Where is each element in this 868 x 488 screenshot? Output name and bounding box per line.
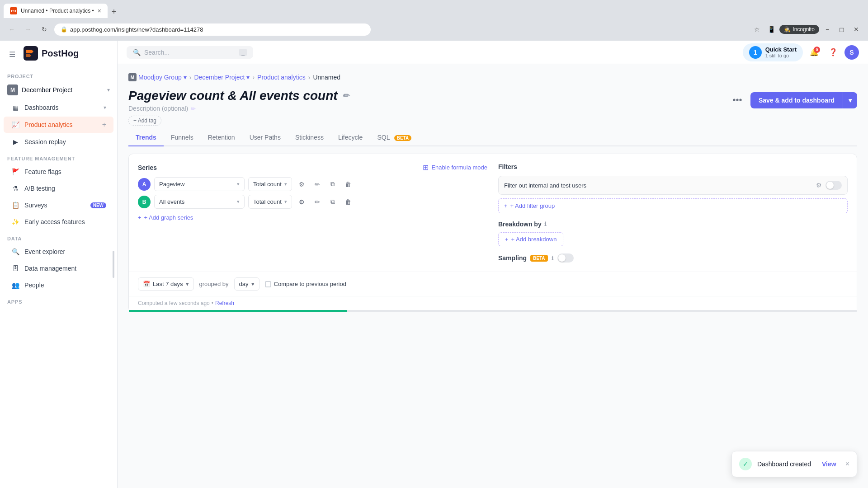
feature-management-section: FEATURE MANAGEMENT 🚩 Feature flags ⚗ A/B… (0, 150, 117, 230)
filter-gear-icon[interactable]: ⚙ (816, 182, 822, 189)
sidebar-nav-session-replay[interactable]: ▶ Session replay (4, 134, 113, 150)
save-dropdown-arrow[interactable]: ▾ (843, 92, 857, 108)
breadcrumb-project[interactable]: December Project ▾ (194, 74, 250, 81)
filter-toggle[interactable] (826, 181, 842, 190)
save-add-dashboard-button[interactable]: Save & add to dashboard (750, 92, 843, 108)
sampling-info-icon[interactable]: ℹ (552, 255, 554, 261)
sidebar-nav-feature-flags[interactable]: 🚩 Feature flags (4, 164, 113, 180)
date-range-chevron-icon: ▾ (186, 281, 189, 287)
breakdown-info-icon[interactable]: ℹ (544, 221, 547, 227)
sidebar-nav-event-explorer[interactable]: 🔍 Event explorer (4, 244, 113, 260)
sidebar-nav-ab-testing[interactable]: ⚗ A/B testing (4, 180, 113, 197)
tab-funnels[interactable]: Funnels (164, 129, 201, 146)
page-title-text: Pageview count & All events count (128, 89, 338, 103)
sidebar-nav-early-access[interactable]: ✨ Early access features (4, 214, 113, 230)
series-b-count-select[interactable]: Total count ▾ (248, 195, 292, 209)
breadcrumb-analytics[interactable]: Product analytics (257, 74, 306, 81)
date-range-select[interactable]: 📅 Last 7 days ▾ (138, 277, 194, 291)
product-analytics-add-icon[interactable]: + (102, 121, 106, 129)
maximize-button[interactable]: ◻ (835, 23, 848, 36)
ab-testing-label: A/B testing (24, 185, 106, 192)
compare-period-checkbox[interactable]: Compare to previous period (265, 281, 346, 287)
sampling-toggle[interactable] (557, 253, 574, 263)
user-avatar[interactable]: S (844, 45, 859, 60)
series-row-b: B All events ▾ Total count ▾ (138, 195, 487, 209)
refresh-link[interactable]: Refresh (215, 300, 234, 306)
sidebar-nav-people[interactable]: 👥 People (4, 277, 113, 293)
help-button[interactable]: ❓ (826, 45, 841, 60)
day-select[interactable]: day ▾ (234, 277, 259, 291)
hamburger-button[interactable]: ☰ (5, 47, 20, 62)
add-breakdown-button[interactable]: + + Add breakdown (498, 232, 563, 246)
sidebar-nav-dashboards[interactable]: ▦ Dashboards ▾ (4, 99, 113, 116)
project-row[interactable]: M December Project ▾ (0, 81, 117, 99)
breadcrumb-analytics-label: Product analytics (257, 74, 306, 81)
series-b-filter-button[interactable]: ⚙ (296, 196, 308, 208)
tab-bar: PH Unnamed • Product analytics • × + (0, 0, 868, 18)
series-b-select[interactable]: All events ▾ (154, 195, 245, 209)
sidebar-nav-surveys[interactable]: 📋 Surveys NEW (4, 197, 113, 213)
series-badge-b: B (138, 196, 151, 208)
notifications-button[interactable]: 🔔 0 (807, 45, 822, 60)
app-layout: ☰ PostHog PROJECT M December Project ▾ ▦… (0, 41, 868, 488)
back-button[interactable]: ← (5, 23, 18, 36)
sampling-row: Sampling BETA ℹ (498, 253, 848, 263)
reload-button[interactable]: ↻ (38, 23, 51, 36)
series-a-duplicate-button[interactable]: ⧉ (326, 178, 339, 191)
series-b-duplicate-button[interactable]: ⧉ (326, 196, 339, 208)
cast-button[interactable]: 📱 (765, 23, 778, 36)
page-title-edit-icon[interactable]: ✏ (342, 91, 349, 101)
product-analytics-icon: 📈 (11, 120, 20, 129)
sidebar-nav-data-management[interactable]: 🗄 Data management (4, 260, 113, 277)
tab-retention[interactable]: Retention (201, 129, 242, 146)
formula-icon: ⊞ (423, 163, 429, 172)
page-description-edit-icon[interactable]: ✏ (191, 105, 196, 112)
new-tab-button[interactable]: + (108, 5, 120, 18)
url-bar[interactable]: 🔒 app.posthog.com/insights/new?dashboard… (54, 23, 371, 36)
series-b-edit-button[interactable]: ✏ (311, 196, 324, 208)
posthog-logo[interactable]: PostHog (24, 46, 79, 61)
page-description[interactable]: Description (optional) ✏ (128, 105, 730, 112)
filter-text: Filter out internal and test users (504, 182, 812, 189)
quick-start-title: Quick Start (765, 46, 797, 53)
tab-title: Unnamed • Product analytics • (21, 8, 94, 14)
tab-trends[interactable]: Trends (128, 129, 164, 146)
add-tag-button[interactable]: + Add tag (128, 116, 161, 126)
toast-close-button[interactable]: × (845, 460, 849, 468)
series-a-filter-button[interactable]: ⚙ (296, 178, 308, 191)
toast-view-button[interactable]: View (822, 460, 836, 468)
series-a-count-select[interactable]: Total count ▾ (248, 177, 292, 191)
close-window-button[interactable]: ✕ (850, 23, 863, 36)
sidebar-scroll-indicator (113, 251, 114, 278)
quick-start-button[interactable]: 1 Quick Start 1 still to go (743, 43, 803, 61)
sidebar-top: ☰ PostHog (0, 41, 117, 68)
tab-close-icon[interactable]: × (98, 7, 101, 14)
early-access-icon: ✨ (11, 217, 20, 226)
bookmark-button[interactable]: ☆ (750, 23, 763, 36)
tab-sql[interactable]: SQL BETA (370, 129, 419, 146)
active-tab[interactable]: PH Unnamed • Product analytics • × (4, 4, 108, 18)
add-filter-label: + Add filter group (510, 202, 555, 209)
series-section: Series ⊞ Enable formula mode A Pa (138, 163, 487, 263)
sidebar-nav-product-analytics[interactable]: 📈 Product analytics + (4, 117, 113, 133)
progress-bar-container (129, 310, 857, 312)
add-graph-series-button[interactable]: + + Add graph series (138, 212, 487, 223)
session-replay-label: Session replay (24, 138, 106, 145)
minimize-button[interactable]: − (821, 23, 834, 36)
series-a-edit-button[interactable]: ✏ (311, 178, 324, 191)
tab-lifecycle[interactable]: Lifecycle (331, 129, 370, 146)
more-options-button[interactable]: ••• (730, 92, 745, 108)
tab-stickiness[interactable]: Stickiness (288, 129, 331, 146)
forward-button[interactable]: → (22, 23, 34, 36)
series-a-delete-button[interactable]: 🗑 (342, 178, 354, 191)
breadcrumb-group[interactable]: M Moodjoy Group ▾ (128, 73, 187, 81)
formula-mode-button[interactable]: ⊞ Enable formula mode (423, 163, 487, 172)
series-b-delete-button[interactable]: 🗑 (342, 196, 354, 208)
series-a-select[interactable]: Pageview ▾ (154, 177, 245, 191)
search-bar[interactable]: 🔍 Search... _ (127, 46, 253, 59)
incognito-button[interactable]: 🕵 Incognito (779, 25, 819, 34)
quick-start-circle: 1 (749, 46, 762, 59)
add-filter-group-button[interactable]: + + Add filter group (498, 198, 848, 213)
tab-user-paths[interactable]: User Paths (242, 129, 288, 146)
project-avatar: M (7, 84, 18, 95)
